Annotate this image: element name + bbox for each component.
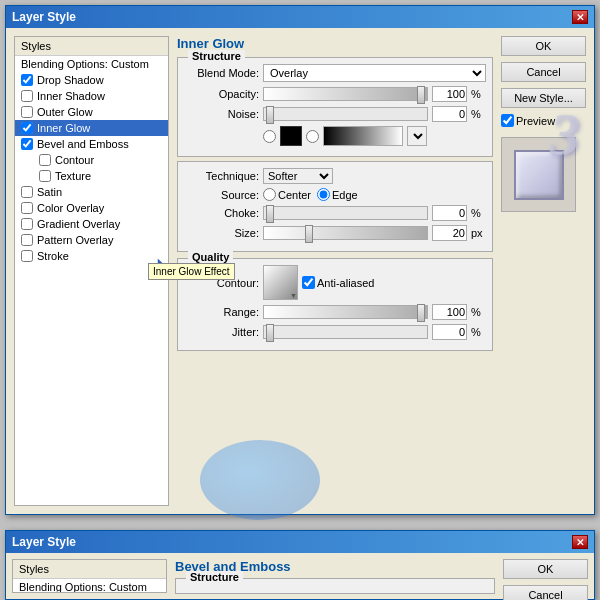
blend-mode-row: Blend Mode: Overlay: [184, 64, 486, 82]
second-structure-title: Structure: [186, 571, 243, 583]
sidebar-item-outer-glow[interactable]: Outer Glow: [15, 104, 168, 120]
source-edge-radio[interactable]: [317, 188, 330, 201]
range-label: Range:: [184, 306, 259, 318]
opacity-label: Opacity:: [184, 88, 259, 100]
source-center-label[interactable]: Center: [263, 188, 311, 201]
gradient-radio[interactable]: [306, 130, 319, 143]
sidebar-item-color-overlay[interactable]: Color Overlay: [15, 200, 168, 216]
second-blending-item[interactable]: Blending Options: Custom: [13, 579, 166, 593]
opacity-unit: %: [471, 88, 486, 100]
jitter-unit: %: [471, 326, 486, 338]
layer-style-window-1: Layer Style ✕ Styles Blending Options: C…: [5, 5, 595, 515]
cancel-button[interactable]: Cancel: [501, 62, 586, 82]
title-bar-2: Layer Style ✕: [6, 531, 594, 553]
tooltip: Inner Glow Effect: [148, 263, 235, 280]
source-center-radio[interactable]: [263, 188, 276, 201]
inner-shadow-checkbox[interactable]: [21, 90, 33, 102]
choke-value[interactable]: [432, 205, 467, 221]
blending-label: Blending Options: Custom: [21, 58, 149, 70]
sidebar-item-texture[interactable]: Texture: [15, 168, 168, 184]
noise-unit: %: [471, 108, 486, 120]
noise-thumb[interactable]: [266, 106, 274, 124]
ok-button[interactable]: OK: [501, 36, 586, 56]
size-value[interactable]: [432, 225, 467, 241]
sidebar-item-stroke[interactable]: Stroke: [15, 248, 168, 264]
pattern-overlay-label: Pattern Overlay: [37, 234, 113, 246]
stroke-checkbox[interactable]: [21, 250, 33, 262]
layer-style-window-2: Layer Style ✕ Styles Blending Options: C…: [5, 530, 595, 600]
sidebar-item-inner-shadow[interactable]: Inner Shadow: [15, 88, 168, 104]
close-button-1[interactable]: ✕: [572, 10, 588, 24]
technique-select[interactable]: Softer: [263, 168, 333, 184]
solid-radio[interactable]: [263, 130, 276, 143]
range-unit: %: [471, 306, 486, 318]
source-label: Source:: [184, 189, 259, 201]
source-center-text: Center: [278, 189, 311, 201]
choke-thumb[interactable]: [266, 205, 274, 223]
jitter-row: Jitter: %: [184, 324, 486, 340]
technique-label: Technique:: [184, 170, 259, 182]
noise-slider[interactable]: [263, 107, 428, 121]
size-slider[interactable]: [263, 226, 428, 240]
size-unit: px: [471, 227, 486, 239]
title-bar-1: Layer Style ✕: [6, 6, 594, 28]
inner-shadow-label: Inner Shadow: [37, 90, 105, 102]
sidebar-item-pattern-overlay[interactable]: Pattern Overlay: [15, 232, 168, 248]
second-ok-button[interactable]: OK: [503, 559, 588, 579]
color-swatch[interactable]: [280, 126, 302, 146]
jitter-thumb[interactable]: [266, 324, 274, 342]
drop-shadow-checkbox[interactable]: [21, 74, 33, 86]
sidebar-item-gradient-overlay[interactable]: Gradient Overlay: [15, 216, 168, 232]
source-edge-label[interactable]: Edge: [317, 188, 358, 201]
blend-mode-label: Blend Mode:: [184, 67, 259, 79]
noise-label: Noise:: [184, 108, 259, 120]
blend-mode-select[interactable]: Overlay: [263, 64, 486, 82]
source-edge-text: Edge: [332, 189, 358, 201]
anti-aliased-label[interactable]: Anti-aliased: [302, 276, 374, 289]
gradient-select[interactable]: [407, 126, 427, 146]
range-thumb[interactable]: [417, 304, 425, 322]
satin-checkbox[interactable]: [21, 186, 33, 198]
jitter-slider[interactable]: [263, 325, 428, 339]
contour-thumbnail[interactable]: [263, 265, 298, 300]
jitter-value[interactable]: [432, 324, 467, 340]
outer-glow-checkbox[interactable]: [21, 106, 33, 118]
range-value[interactable]: [432, 304, 467, 320]
second-cancel-button[interactable]: Cancel: [503, 585, 588, 600]
bevel-emboss-label: Bevel and Emboss: [37, 138, 129, 150]
range-row: Range: %: [184, 304, 486, 320]
color-overlay-label: Color Overlay: [37, 202, 104, 214]
sidebar-item-contour[interactable]: Contour: [15, 152, 168, 168]
opacity-row: Opacity: %: [184, 86, 486, 102]
bevel-emboss-checkbox[interactable]: [21, 138, 33, 150]
left-panel-1: Styles Blending Options: Custom Drop Sha…: [14, 36, 169, 506]
noise-value[interactable]: [432, 106, 467, 122]
range-slider[interactable]: [263, 305, 428, 319]
size-thumb[interactable]: [305, 225, 313, 243]
contour-checkbox[interactable]: [39, 154, 51, 166]
opacity-value[interactable]: [432, 86, 467, 102]
bubble-decoration: [200, 440, 320, 520]
sidebar-item-blending[interactable]: Blending Options: Custom: [15, 56, 168, 72]
texture-checkbox[interactable]: [39, 170, 51, 182]
opacity-thumb[interactable]: [417, 86, 425, 104]
choke-label: Choke:: [184, 207, 259, 219]
color-overlay-checkbox[interactable]: [21, 202, 33, 214]
sidebar-item-inner-glow[interactable]: Inner Glow: [15, 120, 168, 136]
pattern-overlay-checkbox[interactable]: [21, 234, 33, 246]
gradient-overlay-checkbox[interactable]: [21, 218, 33, 230]
opacity-slider[interactable]: [263, 87, 428, 101]
color-row: [184, 126, 486, 146]
choke-slider[interactable]: [263, 206, 428, 220]
gradient-swatch[interactable]: [323, 126, 403, 146]
inner-glow-checkbox[interactable]: [21, 122, 33, 134]
preview-checkbox[interactable]: [501, 114, 514, 127]
sidebar-item-satin[interactable]: Satin: [15, 184, 168, 200]
sidebar-item-bevel-emboss[interactable]: Bevel and Emboss: [15, 136, 168, 152]
close-button-2[interactable]: ✕: [572, 535, 588, 549]
satin-label: Satin: [37, 186, 62, 198]
drop-shadow-label: Drop Shadow: [37, 74, 104, 86]
structure-section: Structure Blend Mode: Overlay Opacity:: [177, 57, 493, 157]
sidebar-item-drop-shadow[interactable]: Drop Shadow: [15, 72, 168, 88]
anti-aliased-checkbox[interactable]: [302, 276, 315, 289]
